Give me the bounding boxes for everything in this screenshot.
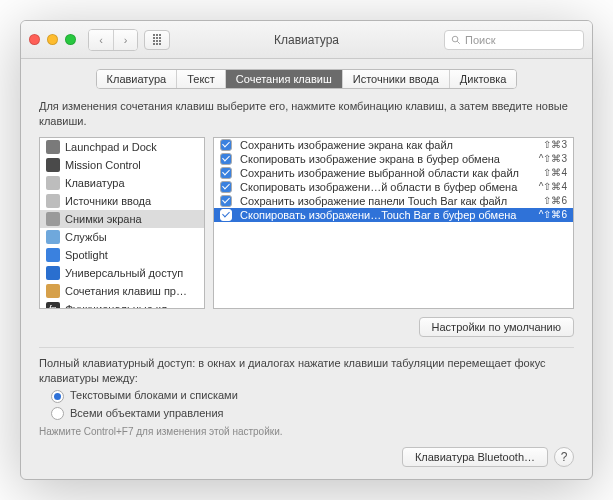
category-item[interactable]: Spotlight xyxy=(40,246,204,264)
kbaccess-option-all[interactable]: Всеми объектами управления xyxy=(51,406,574,421)
category-icon xyxy=(46,140,60,154)
kbaccess-option-text[interactable]: Текстовыми блоками и списками xyxy=(51,388,574,403)
category-icon xyxy=(46,230,60,244)
kbaccess-desc: Полный клавиатурный доступ: в окнах и ди… xyxy=(39,356,574,387)
shortcut-keys: ⇧⌘4 xyxy=(543,167,567,178)
category-icon xyxy=(46,266,60,280)
category-item[interactable]: fnФункциональные кл… xyxy=(40,300,204,309)
category-label: Сочетания клавиш пр… xyxy=(65,285,187,297)
radio-icon xyxy=(51,407,64,420)
svg-line-1 xyxy=(457,41,460,44)
tab-shortcuts[interactable]: Сочетания клавиш xyxy=(225,70,342,88)
shortcut-label: Скопировать изображени…й области в буфер… xyxy=(240,181,535,193)
restore-defaults-button[interactable]: Настройки по умолчанию xyxy=(419,317,574,337)
shortcut-label: Скопировать изображение экрана в буфер о… xyxy=(240,153,535,165)
shortcut-label: Скопировать изображени…Touch Bar в буфер… xyxy=(240,209,535,221)
category-label: Службы xyxy=(65,231,107,243)
category-icon xyxy=(46,284,60,298)
tab-text[interactable]: Текст xyxy=(176,70,225,88)
shortcut-keys: ^⇧⌘3 xyxy=(539,153,567,164)
category-item[interactable]: Источники ввода xyxy=(40,192,204,210)
shortcut-label: Сохранить изображение экрана как файл xyxy=(240,139,539,151)
category-label: Функциональные кл… xyxy=(65,303,178,309)
minimize-button[interactable] xyxy=(47,34,58,45)
zoom-button[interactable] xyxy=(65,34,76,45)
category-label: Источники ввода xyxy=(65,195,151,207)
tab-dictation[interactable]: Диктовка xyxy=(449,70,517,88)
category-icon xyxy=(46,212,60,226)
shortcut-keys: ⇧⌘3 xyxy=(543,139,567,150)
close-button[interactable] xyxy=(29,34,40,45)
checkbox[interactable] xyxy=(220,209,232,221)
forward-button[interactable]: › xyxy=(113,30,137,50)
shortcut-keys: ⇧⌘6 xyxy=(543,195,567,206)
bluetooth-keyboard-button[interactable]: Клавиатура Bluetooth… xyxy=(402,447,548,467)
titlebar: ‹ › Клавиатура Поиск xyxy=(21,21,592,59)
checkbox[interactable] xyxy=(220,181,232,193)
radio-icon xyxy=(51,390,64,403)
shortcut-item[interactable]: Скопировать изображени…й области в буфер… xyxy=(214,180,573,194)
search-icon xyxy=(451,35,461,45)
category-icon xyxy=(46,176,60,190)
category-item[interactable]: Клавиатура xyxy=(40,174,204,192)
category-icon xyxy=(46,158,60,172)
shortcut-item[interactable]: Скопировать изображение экрана в буфер о… xyxy=(214,152,573,166)
shortcut-keys: ^⇧⌘4 xyxy=(539,181,567,192)
preferences-window: ‹ › Клавиатура Поиск Клавиатура Текст Со… xyxy=(20,20,593,480)
tab-bar: Клавиатура Текст Сочетания клавиш Источн… xyxy=(21,59,592,95)
grid-icon xyxy=(153,34,161,45)
shortcut-item[interactable]: Скопировать изображени…Touch Bar в буфер… xyxy=(214,208,573,222)
show-all-button[interactable] xyxy=(144,30,170,50)
category-item[interactable]: Сочетания клавиш пр… xyxy=(40,282,204,300)
shortcut-item[interactable]: Сохранить изображение выбранной области … xyxy=(214,166,573,180)
category-item[interactable]: Снимки экрана xyxy=(40,210,204,228)
shortcut-list[interactable]: Сохранить изображение экрана как файл⇧⌘3… xyxy=(213,137,574,309)
category-label: Mission Control xyxy=(65,159,141,171)
tab-input-sources[interactable]: Источники ввода xyxy=(342,70,449,88)
separator xyxy=(39,347,574,348)
svg-point-0 xyxy=(452,36,458,42)
category-item[interactable]: Универсальный доступ xyxy=(40,264,204,282)
checkbox[interactable] xyxy=(220,167,232,179)
category-icon xyxy=(46,248,60,262)
search-input[interactable]: Поиск xyxy=(444,30,584,50)
tab-keyboard[interactable]: Клавиатура xyxy=(97,70,177,88)
nav-buttons: ‹ › xyxy=(88,29,138,51)
category-icon xyxy=(46,194,60,208)
category-label: Клавиатура xyxy=(65,177,125,189)
shortcut-keys: ^⇧⌘6 xyxy=(539,209,567,220)
window-controls xyxy=(29,34,76,45)
category-list[interactable]: Launchpad и DockMission ControlКлавиатур… xyxy=(39,137,205,309)
category-label: Снимки экрана xyxy=(65,213,142,225)
category-label: Launchpad и Dock xyxy=(65,141,157,153)
checkbox[interactable] xyxy=(220,139,232,151)
category-item[interactable]: Службы xyxy=(40,228,204,246)
shortcut-item[interactable]: Сохранить изображение панели Touch Bar к… xyxy=(214,194,573,208)
category-item[interactable]: Mission Control xyxy=(40,156,204,174)
instructions: Для изменения сочетания клавиш выберите … xyxy=(39,99,574,129)
kbaccess-hint: Нажмите Control+F7 для изменения этой на… xyxy=(39,425,574,439)
category-label: Spotlight xyxy=(65,249,108,261)
category-icon: fn xyxy=(46,302,60,309)
shortcut-label: Сохранить изображение выбранной области … xyxy=(240,167,539,179)
shortcut-item[interactable]: Сохранить изображение экрана как файл⇧⌘3 xyxy=(214,138,573,152)
shortcut-label: Сохранить изображение панели Touch Bar к… xyxy=(240,195,539,207)
back-button[interactable]: ‹ xyxy=(89,30,113,50)
checkbox[interactable] xyxy=(220,195,232,207)
help-button[interactable]: ? xyxy=(554,447,574,467)
checkbox[interactable] xyxy=(220,153,232,165)
category-item[interactable]: Launchpad и Dock xyxy=(40,138,204,156)
category-label: Универсальный доступ xyxy=(65,267,183,279)
